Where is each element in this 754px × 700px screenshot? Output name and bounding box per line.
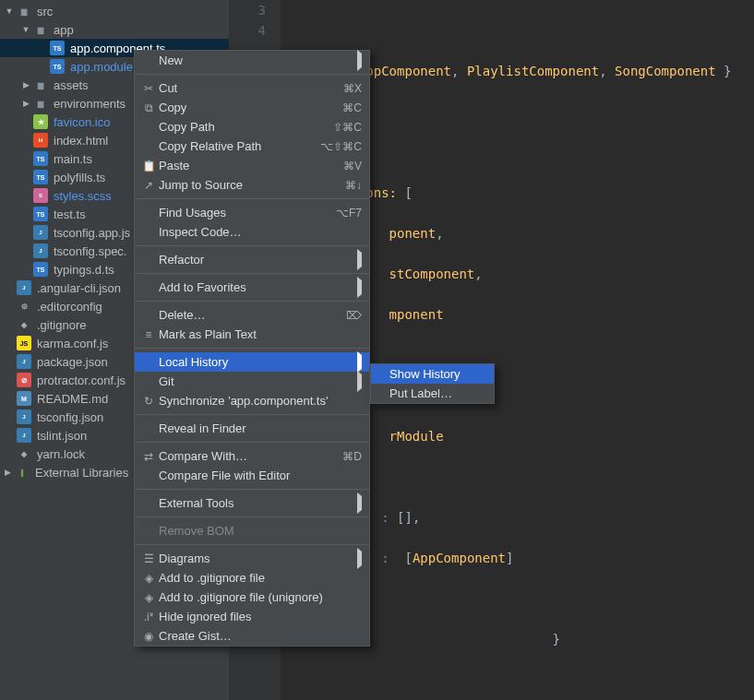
tree-label: app [54,23,225,37]
paste-icon: 📋 [140,160,157,172]
ts-file-icon: TS [33,170,48,184]
shortcut: ⌘C [342,101,362,114]
menu-local-history[interactable]: Local History [135,352,369,372]
ts-file-icon: TS [33,207,48,221]
menu-copy-path[interactable]: Copy Path ⇧⌘C [135,117,369,136]
hide-icon: .i* [140,611,157,623]
protractor-icon: ⊘ [17,373,31,387]
jump-icon: ↗ [140,179,157,192]
shortcut: ⌘X [343,82,362,95]
menu-git[interactable]: Git [135,372,369,391]
menu-cut[interactable]: ✂ Cut ⌘X [135,78,369,98]
menu-remove-bom: Remove BOM [135,521,369,540]
menu-separator [135,489,369,490]
tree-label: src [37,5,225,18]
gitignore-icon: ◈ [140,591,157,604]
library-icon: ∥ [15,465,30,480]
github-icon: ◉ [140,630,157,643]
shortcut: ⌘D [342,450,362,463]
sync-icon: ↻ [140,395,157,408]
submenu-arrow-icon [357,253,362,267]
chevron-down-icon: ▼ [4,6,15,16]
text-icon: ≡ [140,328,157,341]
ts-file-icon: TS [50,59,65,74]
menu-compare-file-with-editor[interactable]: Compare File with Editor [135,466,369,485]
ts-file-icon: TS [50,41,65,55]
submenu-put-label[interactable]: Put Label… [371,384,494,403]
menu-separator [135,414,369,415]
scss-file-icon: S [33,188,48,203]
html-file-icon: H [33,133,48,148]
menu-separator [135,74,369,75]
menu-add-gitignore[interactable]: ◈ Add to .gitignore file [135,568,369,587]
ts-file-icon: TS [33,262,48,277]
favicon-icon: ★ [33,114,48,129]
submenu-arrow-icon [357,53,362,67]
context-menu: New ✂ Cut ⌘X ⧉ Copy ⌘C Copy Path ⇧⌘C Cop… [134,50,370,647]
shortcut: ⇧⌘C [333,121,362,134]
chevron-right-icon: ▶ [20,80,31,89]
chevron-right-icon: ▶ [20,99,31,108]
shortcut: ⌘↓ [345,179,362,192]
tree-folder-src[interactable]: ▼ ▆ src [0,2,229,20]
menu-separator [135,273,369,274]
menu-inspect-code[interactable]: Inspect Code… [135,222,369,242]
submenu-arrow-icon [357,552,362,565]
json-file-icon: J [17,354,31,369]
json-file-icon: J [33,225,48,240]
menu-refactor[interactable]: Refactor [135,250,369,269]
json-file-icon: J [17,428,31,443]
lock-icon: ◆ [17,446,31,461]
menu-separator [135,245,369,246]
line-number: 3 [229,0,266,20]
chevron-down-icon: ▼ [20,25,31,34]
shortcut: ⌘V [343,160,362,172]
menu-new[interactable]: New [135,51,369,70]
menu-hide-ignored[interactable]: .i* Hide ignored files [135,607,369,626]
menu-separator [135,198,369,199]
submenu-arrow-icon [357,280,362,294]
shortcut: ⌥⇧⌘C [320,140,362,153]
menu-copy-relative-path[interactable]: Copy Relative Path ⌥⇧⌘C [135,136,369,156]
shortcut: ⌦ [346,309,362,322]
menu-create-gist[interactable]: ◉ Create Gist… [135,626,369,646]
ts-file-icon: TS [33,151,48,166]
menu-reveal-in-finder[interactable]: Reveal in Finder [135,419,369,438]
menu-separator [135,348,369,349]
chevron-right-icon: ▶ [2,468,13,477]
tree-folder-app[interactable]: ▼ ▆ app [0,20,229,39]
line-number: 4 [229,20,266,41]
gitignore-icon: ◆ [17,317,31,332]
submenu-arrow-icon [357,355,362,369]
config-icon: ⚙ [17,299,31,314]
menu-add-gitignore-unignore[interactable]: ◈ Add to .gitignore file (unignore) [135,587,369,607]
submenu-arrow-icon [357,496,362,510]
cut-icon: ✂ [140,82,157,95]
menu-copy[interactable]: ⧉ Copy ⌘C [135,98,369,117]
diff-icon: ⇄ [140,450,157,463]
menu-jump-to-source[interactable]: ↗ Jump to Source ⌘↓ [135,175,369,195]
menu-compare-with[interactable]: ⇄ Compare With… ⌘D [135,446,369,466]
json-file-icon: J [33,243,48,258]
menu-paste[interactable]: 📋 Paste ⌘V [135,156,369,175]
menu-synchronize[interactable]: ↻ Synchronize 'app.component.ts' [135,391,369,410]
submenu-show-history[interactable]: Show History [371,364,494,384]
shortcut: ⌥F7 [336,207,362,219]
menu-mark-plain-text[interactable]: ≡ Mark as Plain Text [135,325,369,344]
folder-icon: ▆ [17,4,31,18]
gitignore-icon: ◈ [140,572,157,585]
menu-add-to-favorites[interactable]: Add to Favorites [135,278,369,297]
menu-external-tools[interactable]: External Tools [135,493,369,513]
markdown-icon: M [17,391,31,406]
menu-find-usages[interactable]: Find Usages ⌥F7 [135,203,369,222]
json-file-icon: J [17,280,31,295]
menu-diagrams[interactable]: ☰ Diagrams [135,549,369,568]
folder-icon: ▆ [33,96,48,111]
menu-separator [135,442,369,443]
submenu-arrow-icon [357,374,362,388]
menu-separator [135,516,369,517]
js-file-icon: JS [17,336,31,350]
menu-delete[interactable]: Delete… ⌦ [135,305,369,325]
json-file-icon: J [17,409,31,424]
menu-separator [135,544,369,545]
